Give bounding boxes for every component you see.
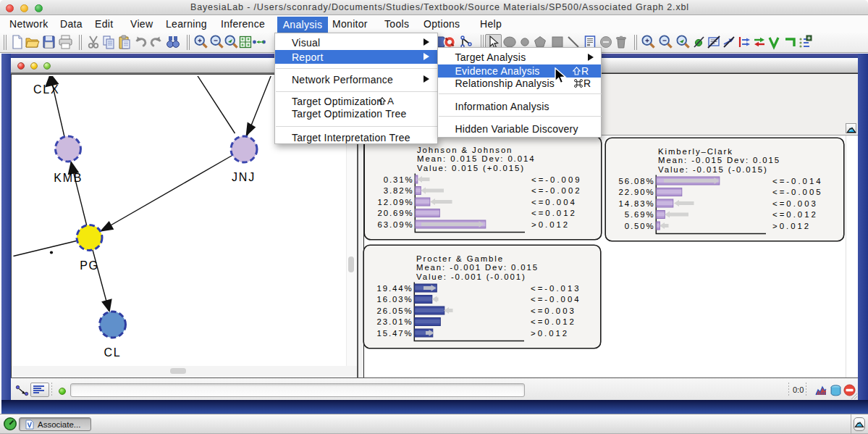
svg-text:<=0.012: <=0.012 xyxy=(531,317,576,326)
svg-text:<=0.012: <=0.012 xyxy=(772,210,818,219)
svg-text:<=0.012: <=0.012 xyxy=(531,209,577,217)
svg-text:<=0.004: <=0.004 xyxy=(531,198,577,206)
svg-text:<=0.003: <=0.003 xyxy=(772,199,818,207)
svg-text:<=0.003: <=0.003 xyxy=(531,306,576,314)
svg-text:Mean: -0.015 Dev: 0.015: Mean: -0.015 Dev: 0.015 xyxy=(658,156,780,164)
svg-text:63.09%: 63.09% xyxy=(377,220,413,229)
svg-text:>0.012: >0.012 xyxy=(531,220,570,229)
svg-text:>0.012: >0.012 xyxy=(531,328,569,337)
svg-text:CLX: CLX xyxy=(33,83,59,96)
svg-text:<=-0.002: <=-0.002 xyxy=(531,186,582,195)
svg-text:22.90%: 22.90% xyxy=(618,188,654,196)
svg-text:JNJ: JNJ xyxy=(232,171,256,183)
svg-text:19.44%: 19.44% xyxy=(376,283,413,292)
svg-text:<=-0.005: <=-0.005 xyxy=(772,188,823,196)
svg-text:23.01%: 23.01% xyxy=(376,317,413,326)
svg-text:Value: 0.015 (+0.015): Value: 0.015 (+0.015) xyxy=(417,164,525,172)
svg-text:>0.012: >0.012 xyxy=(772,221,811,230)
svg-text:3.82%: 3.82% xyxy=(384,186,414,195)
svg-text:KMB: KMB xyxy=(54,172,83,184)
svg-text:20.69%: 20.69% xyxy=(377,209,413,217)
svg-text:15.47%: 15.47% xyxy=(376,328,413,337)
svg-text:Mean: 0.015 Dev: 0.014: Mean: 0.015 Dev: 0.014 xyxy=(417,154,535,163)
svg-text:<=-0.004: <=-0.004 xyxy=(531,295,581,304)
svg-text:CL: CL xyxy=(104,346,121,359)
svg-text:PG: PG xyxy=(80,259,99,272)
svg-text:Procter & Gamble: Procter & Gamble xyxy=(416,254,504,262)
svg-text:Value: -0.001 (-0.001): Value: -0.001 (-0.001) xyxy=(416,272,526,280)
svg-text:14.83%: 14.83% xyxy=(618,199,654,207)
svg-text:26.05%: 26.05% xyxy=(376,306,413,314)
svg-text:16.03%: 16.03% xyxy=(376,295,413,304)
svg-text:56.08%: 56.08% xyxy=(618,176,654,185)
svg-text:Kimberly–Clark: Kimberly–Clark xyxy=(658,146,733,155)
svg-text:Johnson & Johnson: Johnson & Johnson xyxy=(417,146,513,154)
svg-text:12.09%: 12.09% xyxy=(377,198,413,206)
svg-text:0.31%: 0.31% xyxy=(384,175,414,184)
svg-text:<=-0.013: <=-0.013 xyxy=(531,283,581,292)
svg-text:Value: -0.015 (-0.015): Value: -0.015 (-0.015) xyxy=(658,164,768,173)
svg-text:Mean: -0.001 Dev: 0.015: Mean: -0.001 Dev: 0.015 xyxy=(416,263,539,272)
svg-text:0.50%: 0.50% xyxy=(624,221,654,230)
svg-text:5.69%: 5.69% xyxy=(624,210,654,219)
svg-text:<=-0.009: <=-0.009 xyxy=(531,175,582,184)
svg-text:<=-0.014: <=-0.014 xyxy=(772,176,823,185)
